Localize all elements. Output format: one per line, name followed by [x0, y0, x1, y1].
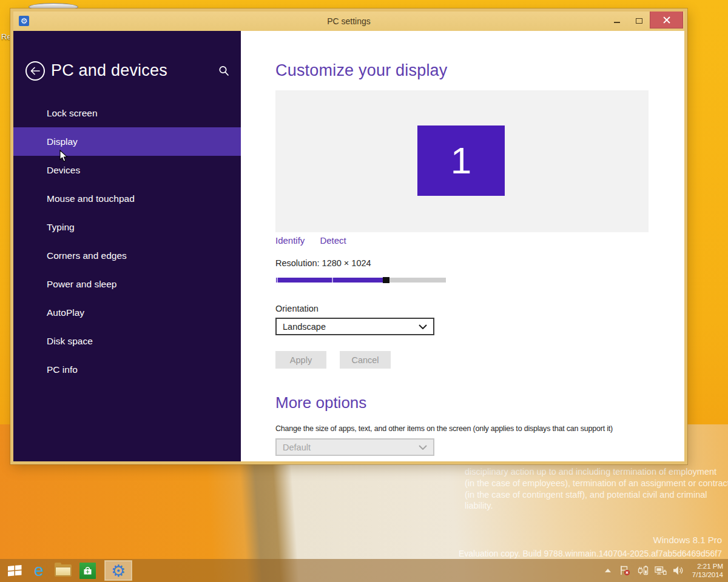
windows-edition-watermark: Windows 8.1 Pro [465, 535, 722, 545]
network-status-icon[interactable] [654, 563, 667, 578]
sidebar-item-label: Corners and edges [47, 250, 127, 261]
desktop-watermark: disciplinary action up to and including … [465, 466, 722, 512]
search-button[interactable] [218, 65, 230, 77]
resolution-label: Resolution: 1280 × 1024 [275, 258, 371, 268]
store-bag-icon [79, 563, 96, 579]
resolution-slider[interactable] [276, 278, 446, 283]
display-preview-area: 1 [275, 90, 649, 232]
maximize-icon [636, 18, 642, 24]
chevron-up-icon [605, 569, 611, 572]
taskbar-clock[interactable]: 2:21 PM 7/13/2014 [689, 562, 728, 579]
watermark-line: disciplinary action up to and including … [465, 466, 722, 478]
chevron-down-icon [419, 324, 427, 329]
close-button[interactable] [650, 12, 683, 28]
sidebar-item-label: Lock screen [47, 108, 98, 119]
internet-explorer-button[interactable]: e [27, 559, 51, 582]
monitor-1-tile[interactable]: 1 [417, 125, 505, 196]
sidebar-item-label: AutoPlay [47, 307, 84, 318]
folder-icon [55, 564, 72, 577]
pc-settings-window: ⚙ PC settings PC and devices [10, 8, 687, 464]
store-button[interactable] [75, 559, 99, 582]
watermark-line: liability. [465, 500, 722, 512]
minimize-icon [614, 22, 620, 23]
sidebar-item-typing[interactable]: Typing [13, 213, 241, 241]
volume-button[interactable] [672, 563, 685, 578]
watermark-line: (in the case of employees), termination … [465, 478, 722, 489]
sidebar-items: Lock screen Display Devices Mouse and to… [13, 99, 241, 384]
apply-button[interactable]: Apply [275, 351, 326, 369]
back-arrow-icon [30, 67, 41, 75]
sidebar-item-disk-space[interactable]: Disk space [13, 327, 241, 355]
speaker-icon [673, 566, 684, 575]
mouse-cursor [59, 150, 69, 165]
sidebar-item-devices[interactable]: Devices [13, 156, 241, 184]
orientation-value: Landscape [283, 322, 326, 332]
sidebar-item-power-sleep[interactable]: Power and sleep [13, 270, 241, 298]
sidebar-item-label: PC info [47, 364, 78, 375]
window-title: PC settings [13, 16, 684, 26]
back-button[interactable] [25, 61, 45, 81]
display-settings-panel: Customize your display 1 Identify Detect… [241, 31, 684, 461]
sidebar-item-label: Typing [47, 222, 75, 233]
start-button[interactable] [2, 559, 27, 582]
resolution-slider-fill [276, 278, 383, 283]
internet-explorer-icon: e [34, 562, 44, 579]
clock-date: 7/13/2014 [692, 570, 723, 579]
sidebar-title: PC and devices [51, 61, 167, 80]
power-status-icon[interactable] [636, 563, 650, 578]
sidebar-item-label: Disk space [47, 336, 93, 347]
sidebar-item-display[interactable]: Display [13, 127, 241, 156]
monitor-number: 1 [451, 142, 471, 179]
network-icon [655, 566, 667, 576]
resolution-slider-thumb[interactable] [383, 277, 389, 283]
clock-time: 2:21 PM [692, 562, 723, 570]
gear-icon: ⚙ [111, 563, 126, 579]
watermark-line: (in the case of contingent staff), and p… [465, 489, 722, 501]
window-titlebar[interactable]: ⚙ PC settings [13, 12, 684, 31]
page-title: Customize your display [275, 61, 448, 80]
settings-sidebar: PC and devices Lock screen Display Devic… [13, 31, 241, 461]
orientation-select[interactable]: Landscape [275, 318, 434, 335]
flag-alert-icon [619, 565, 631, 576]
sidebar-item-label: Devices [47, 165, 80, 176]
recycle-bin-label: Recycle Bin [1, 32, 10, 42]
search-icon [218, 65, 230, 77]
slider-tick [332, 278, 333, 283]
sidebar-item-label: Display [47, 136, 78, 147]
windows-logo-icon [7, 564, 22, 577]
file-explorer-button[interactable] [51, 559, 75, 582]
minimize-button[interactable] [606, 12, 628, 28]
detect-link[interactable]: Detect [320, 235, 346, 246]
maximize-button[interactable] [628, 12, 650, 28]
sidebar-item-corners-edges[interactable]: Corners and edges [13, 241, 241, 270]
sidebar-item-label: Mouse and touchpad [47, 193, 135, 204]
sidebar-item-lock-screen[interactable]: Lock screen [13, 99, 241, 127]
chevron-down-icon [419, 445, 427, 450]
orientation-label: Orientation [275, 304, 318, 313]
cancel-button[interactable]: Cancel [340, 351, 391, 369]
desktop: Recycle Bin disciplinary action up to an… [0, 0, 728, 582]
sidebar-item-mouse-touchpad[interactable]: Mouse and touchpad [13, 184, 241, 213]
identify-link[interactable]: Identify [275, 235, 305, 246]
taskbar: e ⚙ [0, 559, 728, 582]
scaling-value: Default [283, 443, 311, 452]
sidebar-item-pc-info[interactable]: PC info [13, 355, 241, 384]
scaling-select[interactable]: Default [275, 438, 434, 456]
more-options-heading: More options [275, 393, 366, 412]
action-center-button[interactable] [619, 563, 632, 578]
sidebar-item-label: Power and sleep [47, 279, 116, 290]
pc-settings-taskbar-button[interactable]: ⚙ [104, 560, 132, 581]
scaling-description: Change the size of apps, text, and other… [275, 424, 613, 433]
close-icon [663, 16, 670, 24]
evaluation-build-watermark: Evaluation copy. Build 9788.winmain.1407… [425, 549, 722, 558]
system-tray [601, 563, 685, 578]
battery-plug-icon [638, 565, 649, 576]
slider-tick [277, 278, 278, 283]
show-hidden-icons-button[interactable] [601, 563, 615, 578]
sidebar-item-autoplay[interactable]: AutoPlay [13, 298, 241, 327]
